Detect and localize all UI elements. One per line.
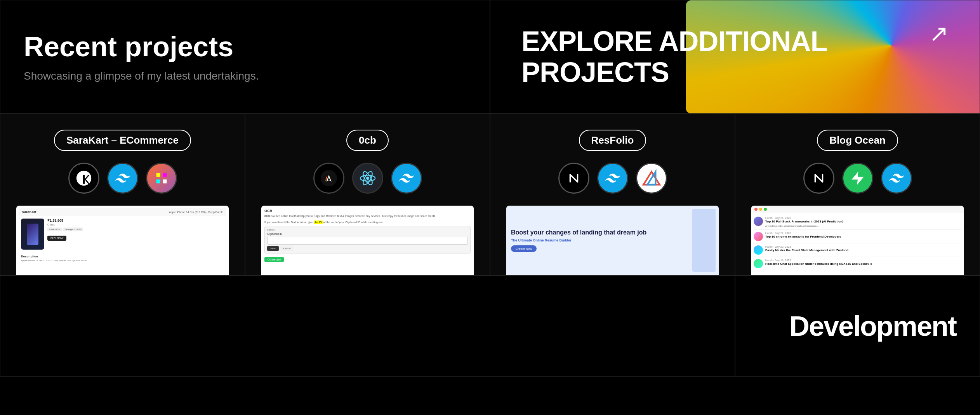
svg-rect-2 (163, 173, 167, 177)
nextjs-icon (68, 163, 99, 194)
0cb-icons-row (261, 163, 474, 194)
explore-content: EXPLORE ADDITIONAL PROJECTS (490, 0, 980, 113)
project-card-blogocean[interactable]: Blog Ocean (735, 114, 980, 276)
blogocean-icons-row (751, 163, 964, 194)
resfolio-preview: Boost your changes of landing that dream… (506, 205, 719, 275)
sarakart-icons-row (16, 163, 229, 194)
project-card-resfolio[interactable]: ResFolio (490, 114, 735, 276)
main-grid: Recent projects Showcasing a glimpse of … (0, 0, 980, 377)
svg-rect-3 (156, 180, 160, 184)
blogocean-preview: Harsh · July 24, 2023 Top 10 Full Stack … (751, 205, 964, 275)
lightning-icon (842, 163, 873, 194)
project-sarakart-badge: SaraKart – ECommerce (54, 130, 191, 151)
nextjs-icon-2 (558, 163, 589, 194)
tailwind-icon-3 (597, 163, 628, 194)
recent-projects-title: Recent projects (24, 31, 466, 62)
svg-rect-1 (156, 173, 160, 177)
custom-pixel-icon (146, 163, 177, 194)
svg-point-5 (320, 170, 337, 186)
0cb-preview: OCB 0CB is a free online tool that help … (261, 205, 474, 275)
nextjs-icon-3 (803, 163, 834, 194)
explore-title: EXPLORE ADDITIONAL PROJECTS (521, 26, 949, 87)
react-icon (352, 163, 383, 194)
tailwind-icon-2 (391, 163, 422, 194)
development-section: Development (735, 276, 980, 377)
svg-rect-4 (163, 180, 167, 184)
sarakart-preview: SaraKart Apple iPhone 14 Pro (512 GB) - … (16, 205, 229, 275)
tailwind-icon-4 (881, 163, 912, 194)
astro-icon (313, 163, 344, 194)
bottom-left-empty (0, 276, 735, 377)
project-card-sarakart[interactable]: SaraKart – ECommerce (0, 114, 245, 276)
recent-projects-header: Recent projects Showcasing a glimpse of … (0, 0, 490, 114)
svg-point-6 (366, 177, 369, 180)
explore-arrow-icon[interactable]: ↗ (929, 20, 949, 47)
resfolio-icons-row (506, 163, 719, 194)
project-resfolio-badge: ResFolio (579, 130, 646, 151)
development-label: Development (789, 310, 956, 342)
project-0cb-badge: 0cb (346, 130, 389, 151)
project-card-0cb[interactable]: 0cb (245, 114, 490, 276)
socket-icon (636, 163, 667, 194)
recent-projects-subtitle: Showcasing a glimpse of my latest undert… (24, 70, 466, 82)
project-blogocean-badge: Blog Ocean (817, 130, 898, 151)
tailwind-icon (107, 163, 138, 194)
explore-section[interactable]: EXPLORE ADDITIONAL PROJECTS ↗ (490, 0, 980, 114)
svg-marker-12 (647, 172, 655, 185)
